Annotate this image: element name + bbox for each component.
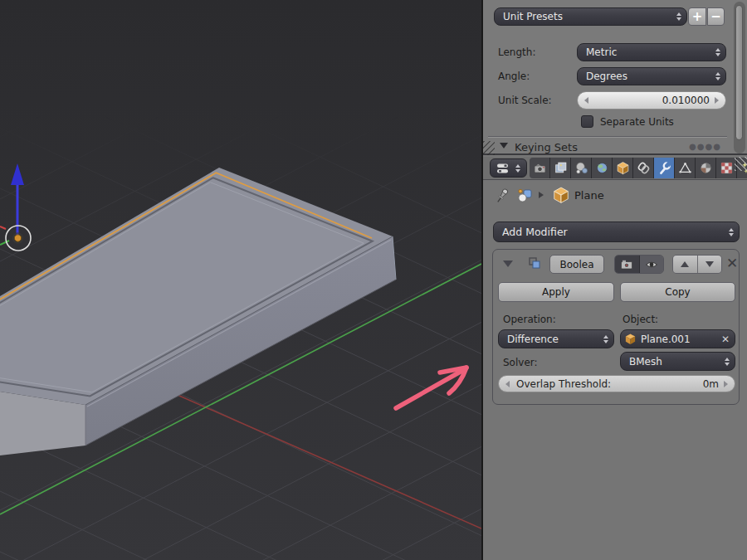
material-icon (699, 161, 713, 175)
length-value: Metric (586, 46, 712, 58)
mesh-data-icon (678, 161, 692, 175)
camera-icon (533, 161, 547, 175)
chain-link-icon (637, 161, 651, 175)
unit-presets-label: Unit Presets (503, 11, 673, 22)
move-modifier-down-button[interactable] (698, 256, 721, 273)
solver-value: BMesh (629, 356, 721, 368)
object-origin-dot (14, 235, 21, 241)
add-preset-button[interactable]: + (688, 7, 706, 26)
3d-viewport[interactable] (0, 0, 481, 560)
pin-icon[interactable] (493, 187, 511, 205)
overlap-threshold-value: 0m (611, 378, 719, 390)
breadcrumb-object-name[interactable]: Plane (574, 189, 604, 202)
modifier-name-field[interactable]: Boolea (549, 255, 604, 274)
tab-render-layers[interactable] (550, 158, 571, 178)
scene-units-panel: Unit Presets + − Length: Metric Angle: D… (483, 0, 747, 155)
tab-material[interactable] (696, 158, 716, 178)
tab-scene[interactable] (571, 158, 592, 178)
chevron-right-icon (539, 192, 544, 198)
slider-left-icon[interactable] (505, 381, 510, 387)
remove-preset-button[interactable]: − (707, 7, 725, 26)
tab-modifiers[interactable] (654, 158, 675, 178)
wrench-icon (657, 161, 671, 175)
object-value: Plane.001 (641, 334, 721, 345)
modifier-name: Boolea (560, 259, 594, 270)
add-modifier-dropdown[interactable]: Add Modifier (493, 222, 740, 242)
solver-label: Solver: (503, 353, 538, 372)
region-corner[interactable] (735, 157, 747, 171)
operation-label: Operation: (503, 310, 556, 329)
expand-modifier-icon[interactable] (503, 261, 513, 267)
apply-label: Apply (542, 286, 570, 298)
render-layers-icon (554, 161, 568, 175)
properties-editor-icon (494, 162, 512, 175)
chevron-updown-icon (603, 335, 608, 343)
eye-icon (645, 260, 658, 270)
angle-dropdown[interactable]: Degrees (577, 67, 726, 85)
solver-dropdown[interactable]: BMesh (620, 352, 735, 371)
properties-editor-header (483, 157, 747, 180)
object-field[interactable]: Plane.001 ✕ (620, 329, 735, 348)
scrollbar-thumb[interactable] (735, 5, 743, 140)
length-dropdown[interactable]: Metric (577, 43, 726, 61)
length-label: Length: (498, 43, 535, 61)
tab-object-data[interactable] (675, 158, 696, 178)
world-icon (595, 161, 609, 175)
chevron-updown-icon (715, 72, 720, 80)
tab-render[interactable] (530, 158, 550, 178)
scrollbar[interactable] (734, 2, 745, 153)
editor-type-selector[interactable] (490, 158, 527, 178)
slider-right-icon[interactable] (715, 97, 719, 104)
unit-scale-slider[interactable]: 0.010000 (577, 91, 726, 110)
minus-icon: − (710, 11, 721, 23)
clear-object-icon[interactable]: ✕ (721, 334, 730, 345)
breadcrumb: Plane (483, 180, 747, 212)
properties-panel: Unit Presets + − Length: Metric Angle: D… (481, 0, 747, 560)
object-cube-icon (624, 333, 637, 345)
add-modifier-label: Add Modifier (502, 226, 725, 238)
triangle-down-icon (706, 261, 714, 267)
tab-object[interactable] (613, 158, 633, 178)
unit-scale-value: 0.010000 (588, 95, 710, 106)
object-data-icon[interactable] (515, 187, 534, 205)
overlap-threshold-slider[interactable]: Overlap Threshold: 0m (498, 375, 735, 392)
angle-value: Degrees (586, 71, 712, 82)
viewport-canvas (0, 0, 481, 560)
tab-world[interactable] (592, 158, 613, 178)
unit-presets-dropdown[interactable]: Unit Presets (494, 7, 687, 26)
move-modifier-group (672, 255, 722, 274)
chevron-updown-icon (515, 164, 520, 173)
keying-sets-label: Keying Sets (515, 141, 578, 153)
chevron-updown-icon (729, 228, 734, 236)
blender-window: Unit Presets + − Length: Metric Angle: D… (0, 0, 747, 560)
render-display-toggle-group (614, 255, 664, 274)
plus-icon: + (692, 11, 703, 23)
triangle-up-icon (681, 261, 689, 267)
boolean-modifier-panel: Boolea (492, 249, 740, 405)
chevron-updown-icon (725, 358, 730, 366)
overlap-threshold-label: Overlap Threshold: (516, 378, 611, 390)
panel-separator (488, 136, 727, 138)
apply-button[interactable]: Apply (498, 282, 614, 302)
render-toggle-button[interactable] (615, 256, 640, 273)
delete-modifier-icon[interactable]: ✕ (726, 257, 738, 270)
slider-right-icon[interactable] (724, 381, 728, 387)
texture-checker-icon (720, 161, 734, 175)
object-cube-icon (616, 161, 630, 175)
tab-constraints[interactable] (633, 158, 654, 178)
object-cube-icon[interactable] (552, 186, 570, 204)
chevron-updown-icon (676, 12, 681, 21)
operation-value: Difference (507, 334, 600, 345)
duplicate-icon[interactable] (528, 256, 541, 270)
separate-units-checkbox[interactable] (581, 115, 593, 128)
display-toggle-button[interactable] (640, 256, 664, 273)
chevron-updown-icon (715, 48, 720, 56)
camera-icon (620, 259, 633, 270)
operation-dropdown[interactable]: Difference (498, 329, 614, 348)
move-modifier-up-button[interactable] (673, 256, 698, 273)
panel-drag-dots: ●●●● (689, 142, 721, 151)
keying-sets-header[interactable]: Keying Sets ●●●● (483, 140, 732, 155)
triangle-down-icon (500, 143, 508, 149)
region-corner[interactable] (483, 141, 495, 155)
copy-button[interactable]: Copy (620, 282, 735, 302)
